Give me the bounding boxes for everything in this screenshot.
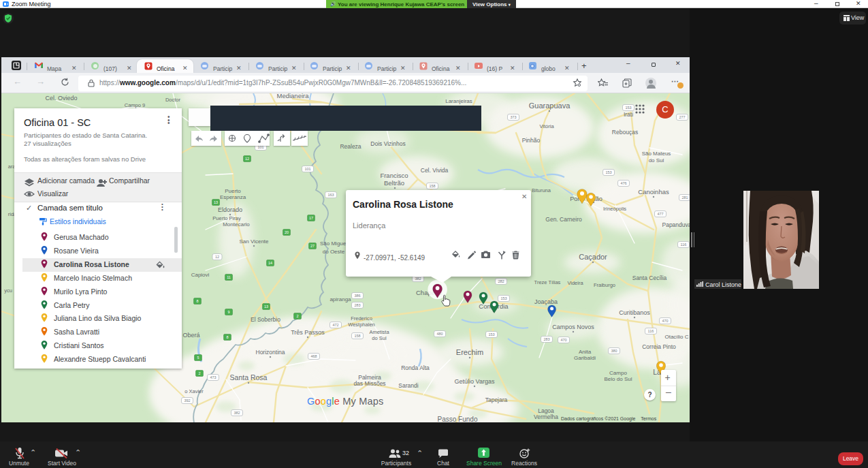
svg-text:Realeza: Realeza: [340, 143, 361, 150]
svg-text:480: 480: [436, 332, 443, 336]
svg-text:Laranjeiras: Laranjeiras: [445, 98, 472, 104]
svg-text:Campo 9: Campo 9: [125, 102, 145, 108]
svg-text:São Mateus: São Mateus: [642, 151, 671, 157]
svg-text:Rebouças: Rebouças: [612, 129, 638, 136]
svg-text:apiranga: apiranga: [329, 296, 351, 302]
svg-text:472: 472: [332, 323, 338, 327]
svg-text:153: 153: [500, 296, 507, 300]
svg-text:Capiovi: Capiovi: [191, 272, 210, 278]
svg-text:das Missões: das Missões: [353, 380, 385, 387]
svg-text:283: 283: [354, 303, 360, 307]
svg-text:Francisco: Francisco: [380, 172, 408, 179]
svg-text:Getúlio Vargas: Getúlio Vargas: [455, 378, 495, 385]
svg-text:283: 283: [543, 337, 549, 341]
svg-text:Três Passos: Três Passos: [291, 329, 325, 336]
svg-text:Medianeira: Medianeira: [277, 93, 310, 99]
svg-text:Irati: Irati: [624, 111, 633, 118]
svg-text:158: 158: [354, 334, 360, 338]
svg-text:Santa Rosa: Santa Rosa: [230, 373, 268, 381]
svg-text:13: 13: [214, 200, 218, 204]
svg-text:Montecarlo: Montecarlo: [223, 221, 250, 228]
svg-text:Puerto Piray: Puerto Piray: [212, 215, 241, 221]
svg-text:Cel. Oviedo: Cel. Oviedo: [45, 95, 77, 102]
svg-text:Papanduva: Papanduva: [662, 221, 690, 228]
svg-text:101: 101: [304, 167, 310, 171]
svg-text:Anita: Anita: [579, 349, 592, 355]
svg-text:Eldorado: Eldorado: [218, 206, 242, 213]
svg-text:470: 470: [560, 338, 566, 342]
svg-text:20: 20: [285, 230, 289, 234]
svg-text:14: 14: [268, 261, 272, 265]
svg-text:473: 473: [210, 375, 216, 379]
svg-text:477: 477: [657, 212, 663, 216]
svg-text:do Oeste: do Oeste: [323, 249, 345, 255]
svg-text:do Sul: do Sul: [649, 157, 664, 163]
svg-text:382: 382: [415, 277, 421, 281]
svg-text:Cel. Vivida: Cel. Vivida: [421, 167, 449, 174]
svg-text:Fraiburgo: Fraiburgo: [594, 282, 615, 288]
svg-text:163: 163: [327, 193, 334, 197]
svg-text:153: 153: [488, 332, 494, 337]
svg-text:153: 153: [625, 106, 631, 110]
svg-text:Canoinhas: Canoinhas: [638, 188, 669, 196]
svg-text:12: 12: [215, 255, 219, 259]
svg-text:9: 9: [227, 310, 229, 314]
svg-text:382: 382: [234, 411, 240, 415]
svg-text:o Xavier: o Xavier: [184, 388, 204, 394]
svg-text:380: 380: [611, 349, 617, 353]
svg-text:Curitibanos: Curitibanos: [619, 309, 650, 316]
svg-text:Pinhão: Pinhão: [522, 137, 541, 144]
svg-text:Bituruna: Bituruna: [532, 187, 551, 193]
svg-text:Irineópolis: Irineópolis: [603, 206, 626, 212]
svg-text:Sarandi: Sarandi: [398, 382, 418, 389]
svg-text:Westphalen: Westphalen: [348, 322, 374, 328]
svg-text:5: 5: [197, 356, 199, 360]
svg-text:Passo Fundo: Passo Fundo: [438, 416, 478, 422]
svg-text:27: 27: [310, 244, 315, 248]
svg-text:392: 392: [184, 399, 190, 403]
svg-text:Joaçaba: Joaçaba: [534, 298, 558, 305]
svg-text:116: 116: [648, 329, 654, 333]
svg-text:Caçador: Caçador: [579, 253, 607, 261]
svg-text:Campos Novos: Campos Novos: [552, 324, 594, 330]
svg-text:Horizontina: Horizontina: [256, 349, 285, 356]
svg-text:153: 153: [605, 170, 611, 174]
svg-text:Dois Vizinhos: Dois Vizinhos: [370, 140, 405, 147]
svg-text:470: 470: [662, 319, 668, 323]
svg-text:Vermelha: Vermelha: [534, 414, 558, 420]
svg-text:373: 373: [510, 115, 516, 119]
svg-text:12: 12: [245, 157, 249, 161]
svg-text:277: 277: [679, 115, 685, 119]
svg-text:Garibaldi: Garibaldi: [574, 355, 596, 361]
svg-text:El Soberbio: El Soberbio: [251, 316, 280, 323]
svg-text:Guarapuava: Guarapuava: [529, 102, 570, 110]
svg-text:8: 8: [226, 335, 228, 339]
svg-text:Doctor: Doctor: [165, 97, 181, 103]
svg-text:8: 8: [196, 299, 198, 303]
svg-text:13: 13: [264, 305, 268, 309]
svg-text:Puerto: Puerto: [225, 188, 241, 194]
svg-text:ycu: ycu: [4, 287, 12, 294]
svg-text:São Miguel: São Miguel: [320, 240, 347, 247]
svg-text:476: 476: [620, 181, 626, 185]
svg-text:Otacílio C: Otacílio C: [664, 334, 688, 340]
svg-text:Frederico: Frederico: [351, 315, 372, 322]
svg-text:Ametista: Ametista: [369, 329, 389, 335]
svg-text:Santa Cecília: Santa Cecília: [632, 275, 667, 281]
svg-text:Campo: Campo: [609, 370, 627, 376]
svg-text:Erechim: Erechim: [456, 348, 483, 356]
svg-text:Oberá: Oberá: [182, 332, 199, 339]
svg-text:2: 2: [198, 371, 200, 375]
svg-text:17: 17: [309, 216, 313, 220]
svg-text:386: 386: [354, 294, 360, 298]
svg-text:Belo do Sul: Belo do Sul: [605, 376, 632, 382]
svg-text:468: 468: [310, 354, 317, 358]
svg-text:2: 2: [296, 314, 298, 318]
svg-text:Tapejara: Tapejara: [485, 396, 508, 403]
svg-text:Treze Tílias: Treze Tílias: [534, 279, 561, 285]
svg-text:101: 101: [257, 145, 263, 149]
svg-text:281: 281: [681, 196, 688, 200]
svg-text:116: 116: [681, 243, 687, 247]
svg-text:Videira: Videira: [567, 280, 583, 286]
svg-text:Correia Pinto: Correia Pinto: [642, 343, 676, 350]
